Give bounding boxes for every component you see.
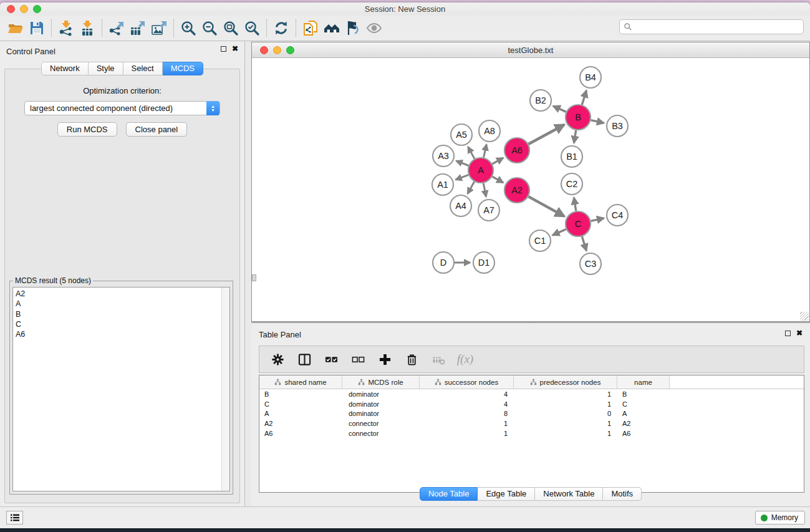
edge-A-A3[interactable] bbox=[456, 161, 469, 166]
tab-style[interactable]: Style bbox=[89, 62, 123, 75]
float-table-panel-icon[interactable] bbox=[785, 331, 791, 336]
edge-B-B1[interactable] bbox=[574, 130, 576, 143]
task-history-button[interactable] bbox=[6, 511, 23, 525]
zoom-selected-button[interactable] bbox=[241, 18, 263, 38]
column-header-name[interactable]: name bbox=[617, 375, 670, 389]
mcds-result-item[interactable]: A bbox=[16, 299, 229, 309]
node-A[interactable]: A bbox=[468, 158, 493, 183]
node-C1[interactable]: C1 bbox=[529, 230, 551, 251]
zoom-out-button[interactable] bbox=[199, 18, 220, 38]
import-network-button[interactable] bbox=[55, 18, 77, 38]
node-A4[interactable]: A4 bbox=[450, 195, 471, 216]
node-A5[interactable]: A5 bbox=[451, 124, 472, 145]
edge-A-A5[interactable] bbox=[468, 147, 475, 158]
edge-B-B4[interactable] bbox=[582, 90, 586, 105]
add-column-button[interactable] bbox=[377, 351, 393, 367]
node-A7[interactable]: A7 bbox=[478, 200, 499, 221]
mcds-result-item[interactable]: C bbox=[16, 319, 229, 329]
node-C4[interactable]: C4 bbox=[607, 205, 628, 226]
node-B4[interactable]: B4 bbox=[580, 67, 601, 88]
node-C[interactable]: C bbox=[566, 211, 591, 236]
node-B[interactable]: B bbox=[566, 105, 591, 130]
edge-C-C1[interactable] bbox=[552, 230, 566, 236]
tab-select[interactable]: Select bbox=[123, 62, 163, 75]
node-D[interactable]: D bbox=[433, 252, 454, 273]
open-file-button[interactable] bbox=[5, 18, 26, 38]
duplicate-network-button[interactable] bbox=[300, 18, 321, 38]
edge-C-C4[interactable] bbox=[591, 218, 604, 221]
node-D1[interactable]: D1 bbox=[473, 252, 494, 273]
mcds-result-item[interactable]: A6 bbox=[16, 329, 229, 339]
mcds-result-item[interactable]: B bbox=[16, 309, 229, 319]
node-C2[interactable]: C2 bbox=[561, 173, 582, 195]
node-A8[interactable]: A8 bbox=[479, 120, 500, 142]
home-button[interactable] bbox=[321, 18, 342, 38]
node-B2[interactable]: B2 bbox=[530, 90, 551, 111]
search-box[interactable] bbox=[619, 19, 804, 34]
navigator-handle[interactable] bbox=[252, 274, 256, 281]
export-table-button[interactable] bbox=[127, 18, 148, 38]
close-panel-button[interactable]: Close panel bbox=[126, 122, 188, 137]
import-table-button[interactable] bbox=[77, 18, 98, 38]
edge-B-B3[interactable] bbox=[591, 120, 604, 123]
column-header-predecessor-nodes[interactable]: predecessor nodes bbox=[514, 375, 617, 389]
table-row[interactable]: Cdominator41C bbox=[259, 399, 804, 409]
node-B3[interactable]: B3 bbox=[607, 115, 628, 137]
edge-A-A6[interactable] bbox=[492, 158, 503, 164]
tab-network[interactable]: Network bbox=[41, 62, 89, 75]
fx-button[interactable]: f(x) bbox=[457, 351, 473, 367]
tab-network-table[interactable]: Network Table bbox=[535, 487, 603, 501]
edge-A-A7[interactable] bbox=[483, 183, 486, 197]
edge-C-C3[interactable] bbox=[582, 236, 586, 251]
tab-motifs[interactable]: Motifs bbox=[603, 487, 642, 501]
node-A2[interactable]: A2 bbox=[504, 178, 529, 203]
column-header-shared-name[interactable]: shared name bbox=[259, 375, 342, 389]
tab-node-table[interactable]: Node Table bbox=[420, 487, 478, 501]
node-A3[interactable]: A3 bbox=[433, 145, 454, 167]
tab-mcds[interactable]: MCDS bbox=[163, 62, 203, 75]
refresh-button[interactable] bbox=[271, 18, 292, 38]
edge-C-C2[interactable] bbox=[574, 198, 576, 211]
edge-A2-C[interactable] bbox=[528, 196, 564, 216]
optimization-criterion-select[interactable]: largest connected component (directed) ▲… bbox=[24, 101, 220, 115]
table-row[interactable]: A6connector11A6 bbox=[259, 428, 804, 438]
mcds-result-item[interactable]: A2 bbox=[16, 289, 229, 299]
column-header-successor-nodes[interactable]: successor nodes bbox=[420, 375, 514, 389]
column-header-mcds-role[interactable]: MCDS role bbox=[342, 375, 420, 389]
network-window-titlebar[interactable]: testGlobe.txt bbox=[252, 42, 809, 58]
table-row[interactable]: A2connector11A2 bbox=[259, 418, 804, 428]
network-canvas[interactable]: B4B2BB3A5A8A6A3B1AA1C2A2A4A7C4CC1DD1C3 bbox=[252, 58, 809, 321]
memory-button[interactable]: Memory bbox=[755, 511, 805, 525]
node-A6[interactable]: A6 bbox=[504, 138, 529, 163]
edge-A-A4[interactable] bbox=[468, 181, 475, 194]
close-table-panel-icon[interactable]: ✖ bbox=[796, 330, 803, 336]
export-network-button[interactable] bbox=[106, 18, 127, 38]
result-scrollbar[interactable] bbox=[221, 288, 229, 491]
node-C3[interactable]: C3 bbox=[580, 253, 601, 274]
export-image-button[interactable] bbox=[148, 18, 170, 38]
zoom-fit-button[interactable] bbox=[220, 18, 241, 38]
edge-A6-B[interactable] bbox=[529, 125, 565, 144]
table-row[interactable]: Adominator80A bbox=[259, 409, 804, 419]
show-hide-eye-button[interactable] bbox=[364, 18, 385, 38]
delete-table-button[interactable] bbox=[430, 351, 446, 367]
float-panel-icon[interactable] bbox=[221, 46, 226, 52]
tab-edge-table[interactable]: Edge Table bbox=[478, 487, 535, 501]
node-B1[interactable]: B1 bbox=[561, 146, 582, 167]
column-layout-button[interactable] bbox=[296, 351, 312, 367]
edge-A-A2[interactable] bbox=[492, 177, 503, 183]
graphics-details-button[interactable] bbox=[342, 18, 364, 38]
node-A1[interactable]: A1 bbox=[432, 174, 453, 195]
close-panel-icon[interactable]: ✖ bbox=[232, 46, 238, 52]
settings-gear-button[interactable] bbox=[269, 351, 286, 367]
save-session-button[interactable] bbox=[26, 18, 47, 38]
edge-A-A1[interactable] bbox=[456, 175, 469, 180]
search-input[interactable] bbox=[632, 21, 803, 33]
select-all-button[interactable] bbox=[323, 351, 339, 367]
edge-B-B2[interactable] bbox=[553, 106, 566, 112]
zoom-in-button[interactable] bbox=[178, 18, 199, 38]
delete-trash-button[interactable] bbox=[403, 351, 420, 367]
edge-A-A8[interactable] bbox=[484, 145, 487, 158]
table-row[interactable]: Bdominator41B bbox=[259, 389, 804, 399]
run-mcds-button[interactable]: Run MCDS bbox=[57, 122, 117, 137]
